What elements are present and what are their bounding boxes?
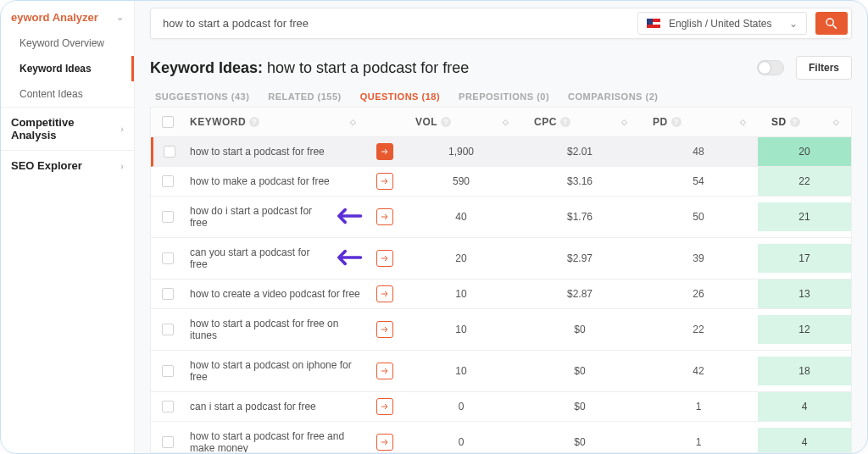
vol-cell: 0 xyxy=(402,428,520,453)
keyword-cell: how to start a podcast for free on itune… xyxy=(185,309,368,350)
sort-icon: ◇ xyxy=(350,118,364,126)
table-row[interactable]: how to start a podcast for free and make… xyxy=(151,422,851,453)
sidebar: eyword Analyzer ⌄ Keyword OverviewKeywor… xyxy=(1,1,135,453)
row-checkbox[interactable] xyxy=(162,252,174,264)
keyword-cell: how to start a podcast for free xyxy=(185,137,368,166)
col-cpc[interactable]: CPC?◇ xyxy=(520,108,639,136)
sort-icon: ◇ xyxy=(503,118,516,126)
annotation-arrow-icon xyxy=(331,248,363,269)
row-checkbox[interactable] xyxy=(162,436,174,448)
expand-icon[interactable] xyxy=(376,285,393,302)
help-icon: ? xyxy=(790,117,800,127)
tab-questions[interactable]: QUESTIONS (18) xyxy=(360,91,440,102)
keyword-cell: how to create a video podcast for free xyxy=(185,280,368,308)
table-row[interactable]: can i start a podcast for free0$014 xyxy=(151,392,851,422)
sd-cell: 13 xyxy=(758,280,851,308)
search-icon xyxy=(824,16,839,31)
col-pd[interactable]: PD?◇ xyxy=(639,108,758,136)
chevron-right-icon: › xyxy=(120,161,124,171)
expand-icon[interactable] xyxy=(376,398,393,415)
chevron-right-icon: › xyxy=(120,124,124,134)
row-checkbox[interactable] xyxy=(162,288,174,300)
sd-cell: 21 xyxy=(758,202,851,231)
row-checkbox[interactable] xyxy=(162,365,174,377)
pd-cell: 22 xyxy=(639,315,758,344)
keyword-table: KEYWORD?◇ VOL?◇ CPC?◇ PD?◇ SD?◇ how to s… xyxy=(150,108,852,453)
search-button[interactable] xyxy=(815,12,848,35)
keyword-cell: how to make a podcast for free xyxy=(185,167,368,196)
tab-related[interactable]: RELATED (155) xyxy=(268,91,341,102)
expand-icon[interactable] xyxy=(376,143,393,160)
cpc-cell: $3.16 xyxy=(520,167,639,196)
language-select[interactable]: English / United States ⌄ xyxy=(637,12,807,35)
expand-icon[interactable] xyxy=(376,250,393,267)
cpc-cell: $2.87 xyxy=(520,280,639,308)
main-content: English / United States ⌄ Keyword Ideas:… xyxy=(135,1,867,453)
pd-cell: 26 xyxy=(639,280,758,308)
sidebar-group-label: eyword Analyzer xyxy=(11,11,98,24)
keyword-search-input[interactable] xyxy=(154,12,629,35)
help-icon: ? xyxy=(560,117,570,127)
pd-cell: 42 xyxy=(639,357,758,385)
vol-cell: 0 xyxy=(402,392,520,421)
table-row[interactable]: how to start a podcast on iphone for fre… xyxy=(151,351,851,392)
help-icon: ? xyxy=(249,117,259,127)
search-bar: English / United States ⌄ xyxy=(150,8,852,39)
tab-suggestions[interactable]: SUGGESTIONS (43) xyxy=(155,91,249,102)
filters-button[interactable]: Filters xyxy=(796,56,852,80)
col-vol[interactable]: VOL?◇ xyxy=(402,108,520,136)
table-row[interactable]: how do i start a podcast for free40$1.76… xyxy=(151,197,851,238)
expand-icon[interactable] xyxy=(376,321,393,338)
tab-prepositions[interactable]: PREPOSITIONS (0) xyxy=(459,91,549,102)
row-checkbox[interactable] xyxy=(162,211,174,223)
pd-cell: 48 xyxy=(639,137,758,166)
table-row[interactable]: how to start a podcast for free on itune… xyxy=(151,309,851,351)
row-checkbox[interactable] xyxy=(162,175,174,187)
chevron-down-icon: ⌄ xyxy=(789,18,798,30)
row-checkbox[interactable] xyxy=(162,324,174,335)
tabs: SUGGESTIONS (43)RELATED (155)QUESTIONS (… xyxy=(150,91,852,108)
sidebar-item-content-ideas[interactable]: Content Ideas xyxy=(1,81,134,107)
cpc-cell: $2.01 xyxy=(520,137,639,166)
sidebar-group-keyword-analyzer[interactable]: eyword Analyzer ⌄ xyxy=(1,4,134,30)
cpc-cell: $2.97 xyxy=(520,244,639,273)
keyword-cell: how do i start a podcast for free xyxy=(185,197,368,237)
sidebar-item-keyword-ideas[interactable]: Keyword Ideas xyxy=(1,56,134,81)
vol-cell: 20 xyxy=(402,244,520,273)
table-row[interactable]: how to make a podcast for free590$3.1654… xyxy=(151,167,851,197)
chevron-down-icon: ⌄ xyxy=(116,12,124,23)
sd-cell: 22 xyxy=(758,167,851,196)
col-keyword[interactable]: KEYWORD?◇ xyxy=(185,108,368,136)
col-sd[interactable]: SD?◇ xyxy=(758,108,851,136)
pd-cell: 1 xyxy=(639,392,758,421)
pd-cell: 54 xyxy=(639,167,758,196)
table-row[interactable]: how to start a podcast for free1,900$2.0… xyxy=(151,137,851,167)
flag-us-icon xyxy=(647,19,660,28)
expand-icon[interactable] xyxy=(376,434,393,451)
vol-cell: 40 xyxy=(402,202,520,231)
pd-cell: 39 xyxy=(639,244,758,273)
table-row[interactable]: how to create a video podcast for free10… xyxy=(151,280,851,309)
expand-icon[interactable] xyxy=(376,363,393,379)
row-checkbox[interactable] xyxy=(162,401,174,412)
sidebar-section-seo-explorer[interactable]: SEO Explorer› xyxy=(1,150,134,180)
sidebar-section-competitive-analysis[interactable]: Competitive Analysis› xyxy=(1,107,134,150)
sd-cell: 18 xyxy=(758,357,851,385)
sd-cell: 4 xyxy=(758,428,851,453)
sd-cell: 4 xyxy=(758,392,851,421)
expand-icon[interactable] xyxy=(376,173,393,190)
row-checkbox[interactable] xyxy=(164,146,175,158)
tab-comparisons[interactable]: COMPARISONS (2) xyxy=(568,91,658,102)
help-icon: ? xyxy=(441,117,451,127)
sort-icon: ◇ xyxy=(621,118,635,126)
vol-cell: 590 xyxy=(402,167,520,196)
pd-cell: 1 xyxy=(639,428,758,453)
expand-icon[interactable] xyxy=(376,208,393,225)
select-all-checkbox[interactable] xyxy=(162,116,174,128)
view-toggle[interactable] xyxy=(757,60,784,75)
table-row[interactable]: can you start a podcast for free20$2.973… xyxy=(151,238,851,280)
sd-cell: 20 xyxy=(758,137,851,166)
sidebar-item-keyword-overview[interactable]: Keyword Overview xyxy=(1,30,134,56)
cpc-cell: $1.76 xyxy=(520,202,639,231)
vol-cell: 10 xyxy=(402,280,520,308)
